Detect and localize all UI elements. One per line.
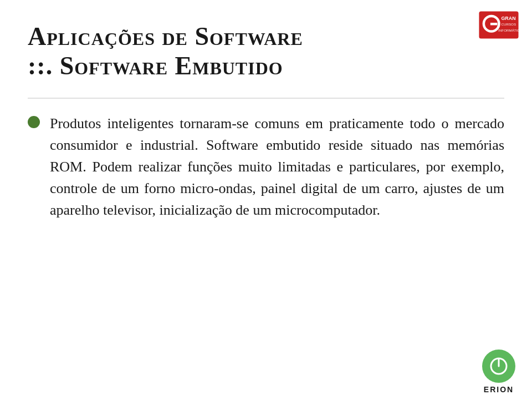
separator-line xyxy=(28,98,504,99)
erion-circle xyxy=(482,350,515,383)
slide-container: GRAN CURSOS INFORMÁTICA Aplicações de So… xyxy=(0,0,532,405)
title-line1: Aplicações de Software xyxy=(28,22,504,52)
svg-text:CURSOS: CURSOS xyxy=(501,22,516,26)
title-area: Aplicações de Software ::. Software Embu… xyxy=(28,22,504,81)
svg-rect-3 xyxy=(490,23,497,25)
svg-text:GRAN: GRAN xyxy=(501,16,515,21)
bullet-item: Produtos inteligentes tornaram-se comuns… xyxy=(28,113,504,221)
erion-icon xyxy=(489,356,509,376)
content-area: Produtos inteligentes tornaram-se comuns… xyxy=(28,113,504,221)
bullet-text: Produtos inteligentes tornaram-se comuns… xyxy=(50,113,504,221)
bullet-dot xyxy=(28,116,40,128)
erion-text: ERION xyxy=(484,385,514,394)
erion-logo: ERION xyxy=(482,350,515,394)
gran-cursos-logo: GRAN CURSOS INFORMÁTICA xyxy=(474,6,524,44)
svg-text:INFORMÁTICA: INFORMÁTICA xyxy=(498,28,521,32)
title-line2: ::. Software Embutido xyxy=(28,52,504,81)
